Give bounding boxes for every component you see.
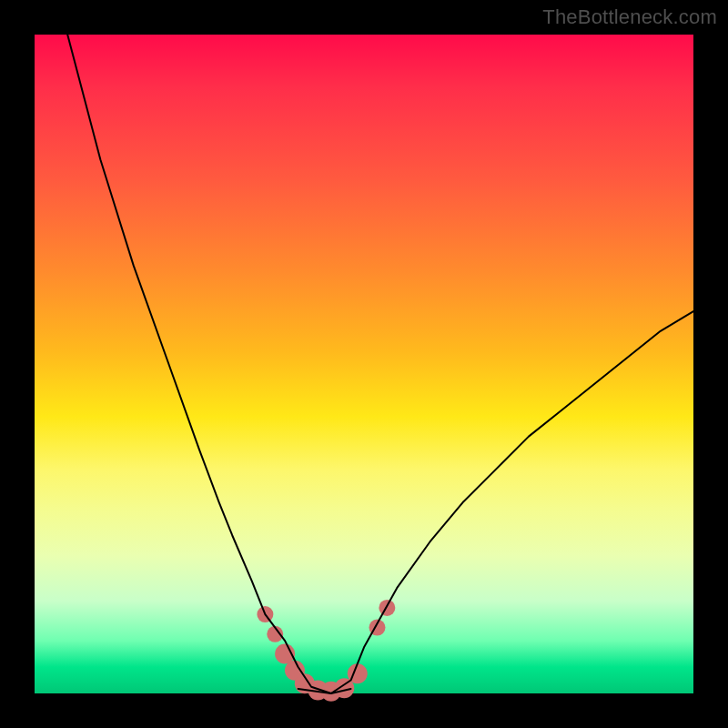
watermark-text: TheBottleneck.com <box>542 5 717 29</box>
chart-series-curve <box>67 35 693 693</box>
chart-svg <box>35 35 693 693</box>
chart-stage: TheBottleneck.com <box>0 0 728 728</box>
chart-plot-area <box>35 35 693 693</box>
chart-lines <box>67 35 693 693</box>
chart-markers <box>257 600 395 702</box>
chart-marker <box>379 600 395 616</box>
